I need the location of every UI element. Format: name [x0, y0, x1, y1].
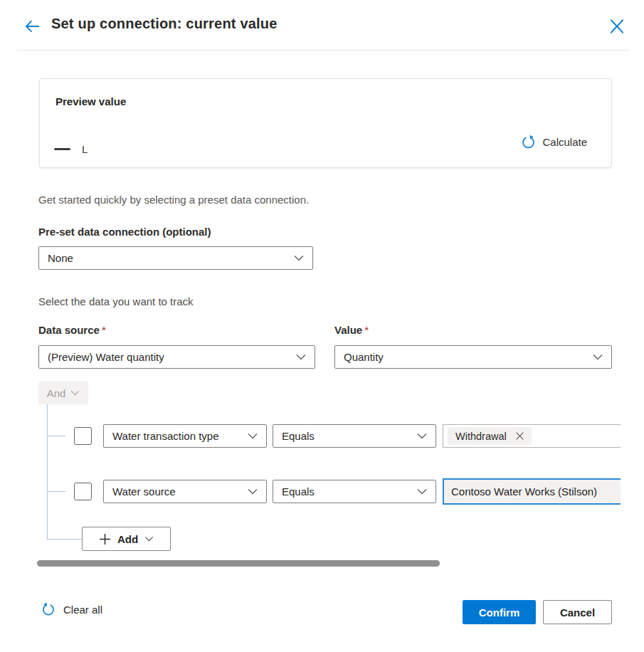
chevron-down-icon [70, 390, 80, 396]
clear-all-button[interactable]: Clear all [41, 602, 102, 616]
required-mark: * [364, 324, 369, 336]
filter-value-field-focused[interactable]: Contoso Water Works (Stilson) [443, 478, 621, 505]
preset-connection-label: Pre-set data connection (optional) [38, 226, 211, 238]
value-label: Value* [334, 324, 369, 336]
arrow-left-icon [23, 17, 41, 36]
preview-value-card: Preview value L Calculate [39, 78, 612, 168]
filter-row-checkbox[interactable] [74, 427, 92, 445]
back-button[interactable] [23, 17, 41, 36]
setup-connection-dialog: Set up connection: current value Preview… [0, 0, 644, 652]
tag-dismiss-icon[interactable] [515, 431, 524, 441]
chart-legend: L [54, 143, 88, 155]
filter-operator-dropdown[interactable]: Equals [273, 424, 436, 448]
confirm-button[interactable]: Confirm [463, 600, 536, 624]
close-icon [607, 16, 627, 36]
refresh-icon [521, 135, 536, 149]
plus-icon [99, 533, 111, 545]
filter-row-checkbox[interactable] [74, 483, 92, 500]
value-tag-label: Withdrawal [455, 431, 507, 442]
preset-connection-dropdown[interactable]: None [38, 246, 313, 270]
filter-field-dropdown[interactable]: Water source [103, 480, 267, 503]
undo-icon [41, 602, 56, 616]
preset-connection-value: None [48, 252, 73, 264]
preset-intro-text: Get started quickly by selecting a prese… [38, 194, 309, 206]
horizontal-scrollbar-thumb[interactable] [37, 560, 440, 567]
value-tag: Withdrawal [448, 427, 532, 445]
chevron-down-icon [144, 536, 154, 542]
chevron-down-icon [294, 255, 304, 261]
page-title: Set up connection: current value [51, 16, 278, 32]
filter-value-text: Contoso Water Works (Stilson) [451, 485, 597, 498]
legend-label: L [82, 143, 88, 155]
filter-field-value: Water source [112, 485, 176, 498]
cancel-button[interactable]: Cancel [543, 600, 612, 624]
filter-field-dropdown[interactable]: Water transaction type [103, 424, 267, 448]
calculate-button[interactable]: Calculate [521, 135, 587, 149]
clear-all-label: Clear all [63, 604, 102, 616]
tree-connector-line [47, 491, 65, 492]
filter-field-value: Water transaction type [112, 430, 219, 442]
add-condition-button[interactable]: Add [82, 527, 171, 551]
chevron-down-icon [296, 354, 306, 360]
data-source-value: (Preview) Water quantity [48, 351, 164, 363]
add-button-label: Add [117, 533, 138, 545]
header-divider [17, 50, 630, 51]
data-source-dropdown[interactable]: (Preview) Water quantity [38, 345, 315, 369]
value-value: Quantity [344, 351, 384, 363]
calculate-label: Calculate [542, 136, 587, 148]
chevron-down-icon [248, 433, 258, 439]
chevron-down-icon [417, 488, 427, 495]
chevron-down-icon [248, 488, 258, 495]
data-source-label: Data source* [38, 324, 106, 336]
filter-value-field[interactable]: Withdrawal [443, 424, 621, 448]
filter-operator-value: Equals [282, 485, 315, 498]
legend-line-swatch [54, 148, 70, 150]
group-operator-dropdown[interactable]: And [38, 382, 88, 404]
preview-value-title: Preview value [56, 95, 126, 107]
group-operator-value: And [47, 387, 66, 399]
chevron-down-icon [593, 354, 603, 360]
tree-connector-line [47, 404, 48, 540]
filter-operator-dropdown[interactable]: Equals [273, 480, 436, 503]
tracking-intro-text: Select the data you want to track [38, 295, 194, 307]
tree-connector-line [47, 436, 65, 436]
required-mark: * [102, 324, 106, 336]
tree-connector-line [47, 539, 82, 540]
chevron-down-icon [417, 433, 427, 439]
filter-operator-value: Equals [282, 430, 315, 442]
value-dropdown[interactable]: Quantity [334, 345, 612, 369]
close-button[interactable] [607, 16, 627, 36]
